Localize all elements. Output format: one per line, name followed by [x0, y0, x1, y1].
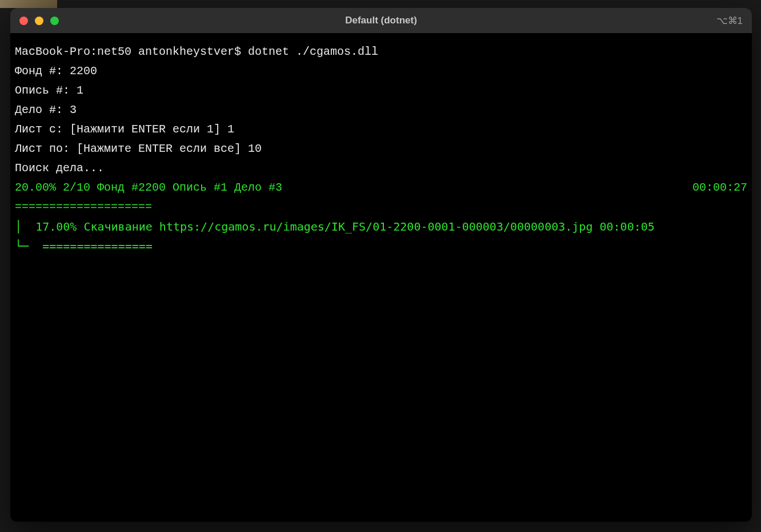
- overall-progress: 20.00% 2/10 Фонд #2200 Опись #1 Дело #3 …: [15, 178, 747, 198]
- input-delo: Дело #: 3: [15, 100, 747, 120]
- maximize-button[interactable]: [50, 17, 59, 25]
- progress-text: 20.00% 2/10 Фонд #2200 Опись #1 Дело #3: [15, 178, 282, 198]
- close-button[interactable]: [19, 17, 28, 25]
- window-shortcut: ⌥⌘1: [716, 15, 743, 27]
- input-opis: Опись #: 1: [15, 81, 747, 100]
- shortcut-label: ⌥⌘1: [716, 15, 743, 27]
- input-list-from: Лист с: [Нажмити ENTER если 1] 1: [15, 120, 747, 139]
- download-progress: │ 17.00% Скачивание https://cgamos.ru/im…: [15, 217, 747, 236]
- terminal-window: Default (dotnet) ⌥⌘1 MacBook-Pro:net50 a…: [10, 8, 752, 522]
- status-searching: Поиск дела...: [15, 159, 747, 178]
- progress-time: 00:00:27: [692, 178, 747, 198]
- input-list-to: Лист по: [Нажмите ENTER если все] 10: [15, 139, 747, 159]
- window-title: Default (dotnet): [345, 15, 417, 26]
- terminal-output[interactable]: MacBook-Pro:net50 antonkheystver$ dotnet…: [10, 33, 752, 260]
- minimize-button[interactable]: [35, 17, 43, 25]
- separator-bottom: └─ ================: [15, 236, 747, 256]
- backdrop-stripe: [0, 0, 57, 8]
- window-titlebar[interactable]: Default (dotnet) ⌥⌘1: [10, 8, 752, 33]
- traffic-lights: [19, 17, 59, 25]
- separator-top: ====================: [15, 198, 747, 217]
- prompt-line: MacBook-Pro:net50 antonkheystver$ dotnet…: [15, 42, 747, 62]
- input-fond: Фонд #: 2200: [15, 62, 747, 81]
